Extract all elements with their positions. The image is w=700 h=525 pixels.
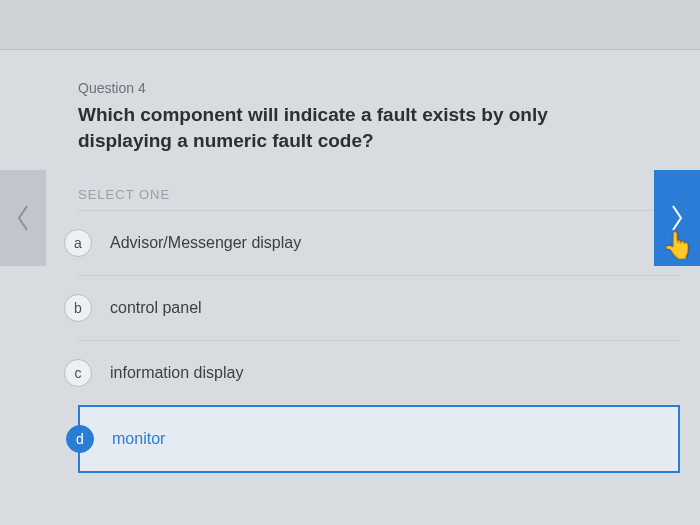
question-text: Which component will indicate a fault ex… [78,102,640,153]
select-one-label: SELECT ONE [78,187,640,202]
option-letter: b [64,294,92,322]
option-text: control panel [110,299,202,317]
prev-button[interactable] [0,170,46,266]
question-number: Question 4 [78,80,640,96]
chevron-left-icon [14,203,32,233]
option-text: Advisor/Messenger display [110,234,301,252]
option-c[interactable]: c information display [78,341,680,406]
options-list: a Advisor/Messenger display b control pa… [78,210,680,473]
option-a[interactable]: a Advisor/Messenger display [78,211,680,276]
option-d[interactable]: d monitor [78,405,680,473]
option-b[interactable]: b control panel [78,276,680,341]
option-text: information display [110,364,243,382]
option-letter: a [64,229,92,257]
option-text: monitor [112,430,165,448]
option-letter: d [66,425,94,453]
top-bar [0,0,700,50]
option-letter: c [64,359,92,387]
